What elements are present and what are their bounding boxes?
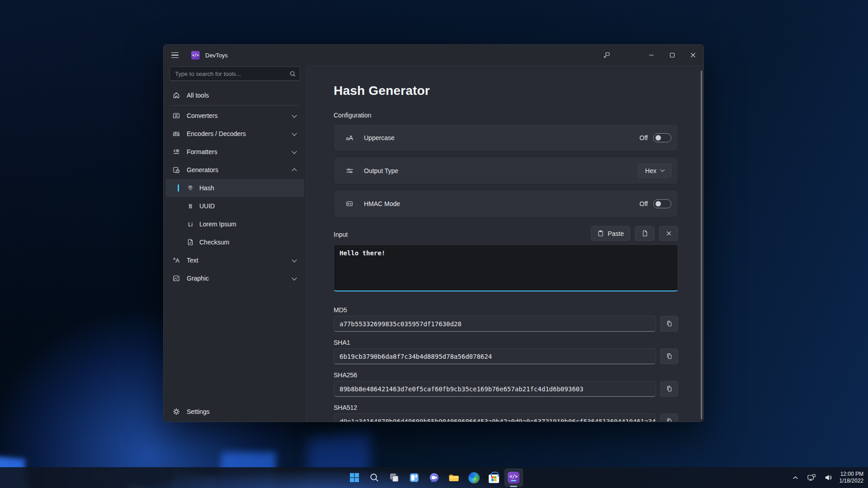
sidebar-item-formatters[interactable]: Formatters: [165, 143, 304, 161]
sidebar-item-uuid[interactable]: GUID UUID: [165, 197, 304, 215]
volume-button[interactable]: [823, 472, 835, 483]
toggle-state-label: Off: [640, 200, 648, 207]
store-button[interactable]: [485, 469, 503, 487]
window-titlebar[interactable]: </> DevToys: [164, 45, 703, 66]
paste-button[interactable]: Paste: [591, 226, 630, 241]
search-icon: [289, 70, 296, 77]
tray-date: 1/18/2022: [840, 478, 863, 484]
sidebar-item-all-tools[interactable]: All tools: [165, 86, 304, 104]
taskbar-icons: </>: [0, 467, 868, 488]
edge-button[interactable]: [465, 469, 483, 487]
compact-overlay-button[interactable]: [597, 45, 617, 66]
sidebar-item-text[interactable]: AA Text: [165, 251, 304, 269]
chevron-down-icon: [292, 149, 297, 154]
output-type-dropdown[interactable]: Hex: [638, 164, 671, 178]
windows-start-icon: [349, 472, 360, 483]
open-file-button[interactable]: [635, 226, 655, 241]
sidebar-item-graphic[interactable]: Graphic: [165, 269, 304, 287]
sha256-copy-button[interactable]: [660, 381, 678, 397]
chat-icon: [429, 472, 440, 483]
taskbar-search-button[interactable]: [365, 469, 384, 487]
uppercase-icon: aA: [344, 134, 355, 141]
copy-icon: [666, 320, 673, 327]
devtoys-window: </> DevToys: [163, 44, 704, 422]
hidden-icons-button[interactable]: [791, 474, 800, 482]
hamburger-menu-button[interactable]: [171, 48, 185, 62]
widgets-button[interactable]: [405, 469, 424, 487]
chat-button[interactable]: [425, 469, 443, 487]
main-content: Hash Generator Configuration aA Uppercas…: [306, 66, 703, 422]
home-icon: [171, 92, 181, 99]
network-button[interactable]: [805, 472, 818, 483]
chevron-down-icon: [292, 131, 297, 136]
scrollbar[interactable]: [701, 70, 702, 419]
chevron-down-icon: [292, 257, 297, 262]
task-view-button[interactable]: [385, 469, 404, 487]
minimize-icon: [649, 52, 654, 58]
edge-icon: [468, 472, 480, 483]
system-tray: 12:00 PM 1/18/2022: [791, 467, 863, 488]
search-icon: [369, 472, 380, 483]
close-button[interactable]: [683, 45, 703, 66]
hmac-mode-setting-row: HMAC Mode Off: [334, 190, 678, 217]
minimize-button[interactable]: [641, 45, 662, 66]
sidebar-item-hash[interactable]: Hash: [165, 179, 304, 197]
uppercase-toggle[interactable]: [653, 133, 671, 142]
network-icon: [807, 474, 816, 482]
gear-icon: [171, 408, 181, 415]
window-title: DevToys: [205, 52, 228, 59]
converter-icon: [171, 112, 181, 119]
sidebar-item-settings[interactable]: Settings: [165, 403, 304, 421]
hmac-mode-toggle[interactable]: [653, 199, 671, 208]
taskbar-clock[interactable]: 12:00 PM 1/18/2022: [840, 471, 863, 484]
chevron-down-icon: [292, 275, 297, 280]
sha256-label: SHA256: [334, 371, 678, 379]
paste-icon: [597, 230, 604, 237]
configuration-cards: aA Uppercase Off Output Type Hex: [334, 124, 678, 217]
hmac-icon: [344, 200, 355, 207]
devtoys-icon: </>: [508, 472, 519, 483]
sha256-row: 89b8b8e486421463d7e0f5caf60fb9cb35ce169b…: [334, 381, 678, 397]
maximize-button[interactable]: [662, 45, 683, 66]
input-textarea[interactable]: Hello there!: [334, 244, 678, 291]
file-explorer-button[interactable]: [445, 469, 463, 487]
devtoys-taskbar-button[interactable]: </>: [505, 469, 523, 487]
sidebar-item-generators[interactable]: Generators: [165, 161, 304, 179]
sidebar-item-checksum[interactable]: Checksum: [165, 233, 304, 251]
uppercase-setting-row: aA Uppercase Off: [334, 124, 678, 151]
sha1-output-field[interactable]: 6b19cb3790b6da8f7c34b4d8895d78a56d078624: [334, 348, 656, 364]
clear-input-button[interactable]: [659, 226, 678, 241]
tool-search-box[interactable]: [170, 66, 300, 81]
generator-icon: [171, 166, 181, 174]
md5-label: MD5: [334, 306, 678, 314]
tray-time: 12:00 PM: [840, 471, 863, 478]
sidebar-item-encoders-decoders[interactable]: 10110110 Encoders / Decoders: [165, 125, 304, 143]
sidebar-item-lorem-ipsum[interactable]: Li Lorem Ipsum: [165, 215, 304, 233]
fingerprint-icon: [185, 184, 195, 192]
start-button[interactable]: [345, 469, 364, 487]
md5-copy-button[interactable]: [660, 316, 678, 332]
task-view-icon: [389, 472, 400, 483]
sidebar: All tools Converters 10110110 Encoders /…: [164, 66, 306, 422]
md5-output-field[interactable]: a77b55332699835c035957df17630d28: [334, 316, 656, 332]
output-type-icon: [344, 167, 355, 174]
sha1-label: SHA1: [334, 339, 678, 346]
sha512-copy-button[interactable]: [660, 413, 678, 422]
maximize-icon: [670, 52, 675, 58]
close-icon: [690, 52, 696, 58]
formatter-icon: [171, 148, 181, 155]
sha1-copy-button[interactable]: [660, 348, 678, 364]
sidebar-item-label: All tools: [187, 92, 209, 99]
sidebar-item-converters[interactable]: Converters: [165, 107, 304, 125]
input-label: Input: [334, 231, 348, 238]
image-icon: [171, 275, 181, 282]
toggle-state-label: Off: [640, 134, 648, 141]
search-input[interactable]: [175, 70, 289, 77]
active-app-indicator: [510, 486, 517, 487]
taskbar: </> 12:00 PM 1/18/2022: [0, 467, 868, 488]
selected-indicator: [178, 184, 179, 192]
sha512-output-field[interactable]: d9e1a34164870b96d49609b55b9040606066453a…: [334, 413, 656, 422]
sha1-row: 6b19cb3790b6da8f7c34b4d8895d78a56d078624: [334, 348, 678, 364]
sha256-output-field[interactable]: 89b8b8e486421463d7e0f5caf60fb9cb35ce169b…: [334, 381, 656, 397]
copy-icon: [666, 385, 673, 392]
